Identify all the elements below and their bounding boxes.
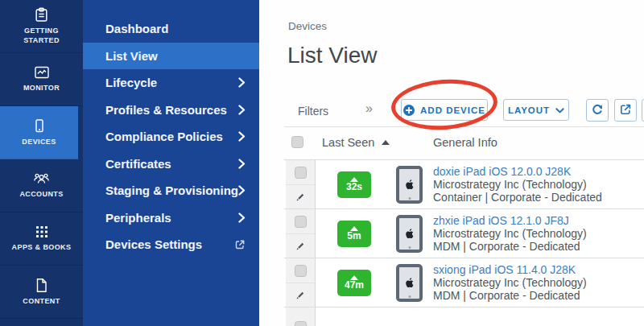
plus-icon xyxy=(403,105,415,116)
sidebar-item-list-view[interactable]: List View xyxy=(83,43,259,70)
edit-pencil-icon[interactable] xyxy=(295,290,306,301)
device-name-link[interactable]: zhxie iPad iOS 12.1.0 JF8J xyxy=(433,214,587,227)
rail-item-label: GETTING STARTED xyxy=(23,27,60,45)
sidebar-item-label: List View xyxy=(105,49,158,63)
refresh-icon xyxy=(591,103,604,118)
rail-item-monitor[interactable]: MONITOR xyxy=(0,53,83,106)
table-row: 47m sxiong iPad iOS 11.4.0 J28K Microstr… xyxy=(284,258,644,307)
rail-item-label: APPS & BOOKS xyxy=(12,243,72,252)
sidebar-item-staging-provisioning[interactable]: Staging & Provisioning xyxy=(83,177,259,204)
table-row-partial xyxy=(284,307,644,326)
chevron-down-icon xyxy=(555,105,564,115)
document-icon xyxy=(35,278,48,293)
column-header-general-info: General Info xyxy=(433,136,497,149)
sort-ascending-icon xyxy=(382,140,390,145)
last-seen-badge: 32s xyxy=(337,171,371,198)
sidebar-item-label: Profiles & Resources xyxy=(105,103,227,117)
sidebar-item-dashboard[interactable]: Dashboard xyxy=(83,15,259,43)
row-checkbox[interactable] xyxy=(295,265,307,277)
devices-submenu: Dashboard List View Lifecycle Profiles &… xyxy=(83,0,259,326)
add-device-label: ADD DEVICE xyxy=(420,105,485,115)
chevron-right-icon xyxy=(238,131,246,142)
last-seen-badge: 5m xyxy=(337,221,371,247)
rail-item-label: DEVICES xyxy=(22,138,56,146)
row-checkbox[interactable] xyxy=(295,216,307,228)
primary-nav-rail: GETTING STARTED MONITOR DEVICES xyxy=(0,0,83,326)
sidebar-item-label: Dashboard xyxy=(105,22,168,35)
rail-item-label: ACCOUNTS xyxy=(19,190,63,199)
table-row: 5m zhxie iPad iOS 12.1.0 JF8J Microstrat… xyxy=(284,208,644,258)
device-enrollment: Container | Corporate - Dedicated xyxy=(433,191,602,204)
rail-item-getting-started[interactable]: GETTING STARTED xyxy=(0,0,83,53)
ipad-icon xyxy=(396,166,423,204)
column-header-last-seen[interactable]: Last Seen xyxy=(322,136,374,149)
filters-toggle[interactable]: Filters xyxy=(298,105,328,118)
chevron-right-icon xyxy=(238,159,246,169)
chevron-right-icon xyxy=(238,77,246,88)
sidebar-item-label: Staging & Provisioning xyxy=(105,184,238,197)
device-enrollment: MDM | Corporate - Dedicated xyxy=(433,240,587,253)
layout-label: LAYOUT xyxy=(508,105,550,115)
device-organization: Microstrategy Inc (Technology) xyxy=(433,276,587,289)
sidebar-item-devices-settings[interactable]: Devices Settings xyxy=(83,231,259,258)
last-seen-badge: 47m xyxy=(337,270,371,296)
device-enrollment: MDM | Corporate - Dedicated xyxy=(433,289,587,302)
row-actions-strip xyxy=(286,307,316,326)
home-button-dot xyxy=(408,295,411,298)
sidebar-item-profiles-resources[interactable]: Profiles & Resources xyxy=(83,97,259,124)
main-content: Devices List View Filters » ADD DEVICE L… xyxy=(259,0,644,326)
external-link-icon xyxy=(234,239,246,250)
add-device-button[interactable]: ADD DEVICE xyxy=(401,99,488,121)
row-actions-strip xyxy=(286,160,316,208)
table-row: 32s doxie iPad iOS 12.0.0 J28K Microstra… xyxy=(284,159,644,208)
edit-pencil-icon[interactable] xyxy=(295,192,306,203)
sidebar-item-label: Lifecycle xyxy=(105,76,157,89)
layout-dropdown-button[interactable]: LAYOUT xyxy=(503,99,569,121)
chevron-right-icon xyxy=(238,213,246,223)
device-organization: Microstrategy Inc (Technology) xyxy=(433,227,587,240)
device-table-body: 32s doxie iPad iOS 12.0.0 J28K Microstra… xyxy=(284,159,644,326)
rail-item-accounts[interactable]: ACCOUNTS xyxy=(0,159,83,213)
home-button-dot xyxy=(408,246,411,249)
device-name-link[interactable]: doxie iPad iOS 12.0.0 J28K xyxy=(433,165,602,178)
refresh-button[interactable] xyxy=(586,99,609,122)
row-checkbox[interactable] xyxy=(295,167,307,179)
row-checkbox[interactable] xyxy=(295,321,307,326)
home-button-dot xyxy=(408,197,411,200)
device-organization: Microstrategy Inc (Technology) xyxy=(433,178,602,191)
rail-item-content[interactable]: CONTENT xyxy=(0,266,83,319)
rail-item-label: CONTENT xyxy=(23,297,60,306)
clipboard-icon xyxy=(34,7,49,23)
accounts-icon xyxy=(33,171,50,186)
mobile-device-icon xyxy=(32,118,47,134)
row-actions-strip xyxy=(286,258,316,307)
app-grid-icon xyxy=(35,225,49,239)
chevron-right-icon xyxy=(238,185,246,196)
chevron-right-icon xyxy=(238,105,246,115)
sidebar-item-label: Compliance Policies xyxy=(105,130,223,143)
sidebar-item-label: Devices Settings xyxy=(105,237,202,251)
sidebar-item-lifecycle[interactable]: Lifecycle xyxy=(83,69,259,97)
sidebar-item-certificates[interactable]: Certificates xyxy=(83,151,259,178)
monitor-icon xyxy=(34,65,50,80)
select-all-checkbox[interactable] xyxy=(291,136,303,148)
page-title: List View xyxy=(287,43,378,68)
sidebar-item-label: Peripherals xyxy=(105,211,171,225)
console-window: GETTING STARTED MONITOR DEVICES xyxy=(0,0,644,326)
export-button[interactable] xyxy=(614,99,637,122)
edit-pencil-icon[interactable] xyxy=(295,241,306,252)
export-icon xyxy=(619,103,632,118)
device-name-link[interactable]: sxiong iPad iOS 11.4.0 J28K xyxy=(433,263,587,276)
ipad-icon xyxy=(396,264,423,302)
row-actions-strip xyxy=(286,209,316,258)
table-header: Last Seen General Info xyxy=(284,127,644,159)
ipad-icon xyxy=(396,215,423,253)
breadcrumb[interactable]: Devices xyxy=(288,20,327,32)
rail-item-devices[interactable]: DEVICES xyxy=(0,106,78,159)
sidebar-item-peripherals[interactable]: Peripherals xyxy=(83,204,259,232)
rail-item-label: MONITOR xyxy=(23,84,60,93)
rail-item-apps-books[interactable]: APPS & BOOKS xyxy=(0,213,83,266)
filters-expand-chevrons[interactable]: » xyxy=(365,101,373,116)
sidebar-item-label: Certificates xyxy=(105,157,171,171)
sidebar-item-compliance-policies[interactable]: Compliance Policies xyxy=(83,123,259,151)
